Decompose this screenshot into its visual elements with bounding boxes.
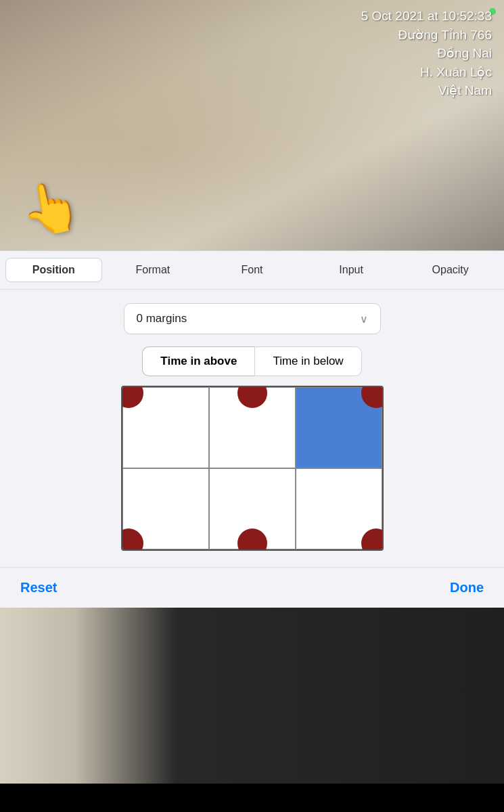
chevron-down-icon: ∨: [360, 313, 368, 325]
settings-panel: Position Format Font Input Opacity 0 mar…: [0, 250, 504, 608]
corner-dot-icon: [121, 528, 143, 551]
panel-content: 0 margins ∨ Time in above Time in below: [0, 290, 504, 567]
top-camera-image: 5 Oct 2021 at 10:52:33 Đường Tỉnh 766 Đồ…: [0, 0, 504, 250]
corner-dot-icon: [361, 386, 384, 408]
timestamp-line1: 5 Oct 2021 at 10:52:33: [361, 7, 492, 26]
dropdown-label: 0 margins: [137, 312, 187, 325]
corner-dot-icon: [121, 386, 143, 408]
position-grid-container: [20, 386, 484, 551]
margins-dropdown[interactable]: 0 margins ∨: [124, 303, 381, 334]
timestamp-line4: H. Xuân Lộc: [361, 63, 492, 82]
tab-bar: Position Format Font Input Opacity: [0, 251, 504, 290]
position-grid: [121, 386, 384, 551]
grid-cell-top-right[interactable]: [296, 387, 382, 468]
timestamp-line2: Đường Tỉnh 766: [361, 26, 492, 45]
corner-dot-icon: [237, 386, 267, 408]
timestamp-line5: Việt Nam: [361, 81, 492, 100]
corner-dot-icon: [361, 528, 384, 551]
hand-cursor-icon: 👆: [16, 175, 85, 242]
timestamp-block: 5 Oct 2021 at 10:52:33 Đường Tỉnh 766 Đồ…: [361, 7, 492, 100]
timestamp-line3: Đồng Nai: [361, 44, 492, 63]
time-in-below-button[interactable]: Time in below: [254, 346, 361, 376]
tab-font[interactable]: Font: [204, 258, 300, 282]
grid-cell-bottom-center[interactable]: [209, 468, 296, 549]
corner-dot-icon: [237, 528, 267, 551]
grid-cell-top-left[interactable]: [122, 387, 209, 468]
tab-position[interactable]: Position: [5, 258, 102, 282]
reset-button[interactable]: Reset: [20, 580, 57, 595]
tab-input[interactable]: Input: [303, 258, 400, 282]
time-in-above-button[interactable]: Time in above: [142, 346, 254, 376]
tab-opacity[interactable]: Opacity: [402, 258, 499, 282]
grid-cell-bottom-right[interactable]: [296, 468, 382, 549]
action-bar: Reset Done: [0, 567, 504, 608]
bottom-camera-image: [0, 608, 504, 784]
done-button[interactable]: Done: [450, 580, 484, 595]
grid-cell-top-center[interactable]: [209, 387, 296, 468]
tab-format[interactable]: Format: [105, 258, 202, 282]
bottom-image-overlay: [0, 608, 504, 784]
grid-cell-bottom-left[interactable]: [122, 468, 209, 549]
time-toggle-group: Time in above Time in below: [20, 346, 484, 376]
